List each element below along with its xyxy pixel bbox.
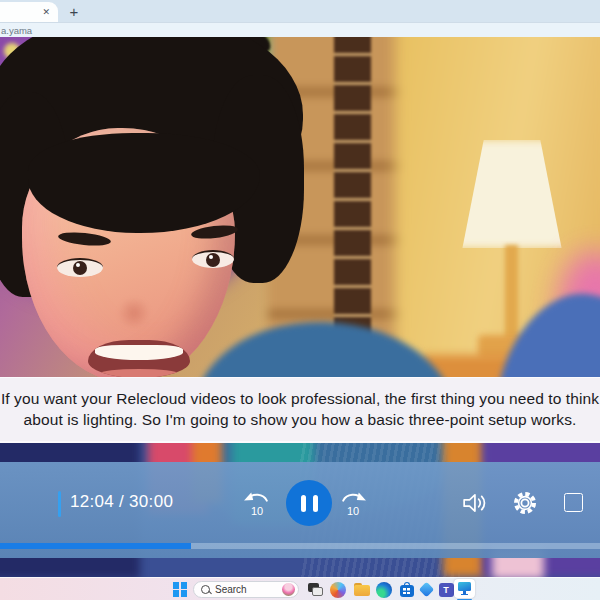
- progress-bar[interactable]: [0, 543, 600, 549]
- close-tab-icon[interactable]: ✕: [42, 8, 50, 17]
- skip-back-icon: 10: [242, 488, 272, 518]
- file-explorer-icon: [353, 581, 370, 598]
- person-mouth: [88, 340, 190, 378]
- skip-back-10-button[interactable]: 10: [242, 488, 272, 518]
- search-label: Search: [215, 584, 277, 595]
- gear-icon: [511, 489, 539, 517]
- m365-copilot-icon: [418, 582, 434, 598]
- copilot-icon: [330, 582, 346, 598]
- media-player-icon: [453, 578, 476, 600]
- video-art-guitar-neck: [334, 37, 371, 372]
- person-eye: [192, 250, 234, 268]
- teams-icon: T: [439, 583, 454, 597]
- file-explorer-button[interactable]: [351, 578, 371, 600]
- taskbar: Search T: [0, 577, 600, 600]
- skip-forward-icon: 10: [338, 488, 368, 518]
- windows-logo-icon: [173, 582, 188, 597]
- copilot-button[interactable]: [328, 578, 348, 600]
- person-eye: [57, 258, 103, 277]
- pause-icon: [301, 495, 306, 512]
- screen: ✕ + a.yama: [0, 0, 600, 600]
- caption-line-2: about is lighting. So I'm going to show …: [24, 411, 577, 429]
- pause-button[interactable]: [286, 480, 332, 526]
- address-text: a.yama: [1, 25, 32, 36]
- edge-button[interactable]: [374, 578, 394, 600]
- player-controls-bar: ‹ 12:04 / 30:00 10 10: [0, 462, 600, 558]
- caption-line-1: If you want your Relecloud videos to loo…: [1, 390, 599, 408]
- browser-tab-strip: ✕ +: [0, 0, 600, 22]
- settings-button[interactable]: [511, 489, 539, 517]
- edge-icon: [376, 582, 392, 598]
- address-bar[interactable]: a.yama: [0, 22, 600, 37]
- task-view-icon: [307, 581, 324, 598]
- media-player-button[interactable]: [453, 578, 476, 600]
- taskbar-search[interactable]: Search: [193, 581, 299, 598]
- new-tab-button[interactable]: +: [62, 0, 86, 22]
- fullscreen-button[interactable]: [564, 493, 583, 512]
- m365-copilot-button[interactable]: [416, 578, 436, 600]
- store-button[interactable]: [396, 578, 416, 600]
- pause-icon: [313, 495, 318, 512]
- search-icon: [201, 585, 210, 594]
- caption-band: If you want your Relecloud videos to loo…: [0, 377, 600, 443]
- task-view-button[interactable]: [305, 578, 325, 600]
- browser-active-tab[interactable]: ✕: [0, 2, 58, 22]
- skip-forward-10-button[interactable]: 10: [338, 488, 368, 518]
- time-display: 12:04 / 30:00: [70, 492, 173, 512]
- search-daily-image: [282, 583, 295, 596]
- video-art-lamp-stand: [505, 245, 518, 341]
- person-nose: [116, 299, 152, 327]
- start-button[interactable]: [170, 578, 190, 600]
- svg-text:10: 10: [251, 505, 263, 517]
- volume-icon: [462, 491, 490, 515]
- svg-text:10: 10: [347, 505, 359, 517]
- progress-fill: [0, 543, 191, 549]
- store-icon: [398, 581, 415, 598]
- volume-button[interactable]: [462, 491, 490, 515]
- time-marker: [58, 491, 61, 517]
